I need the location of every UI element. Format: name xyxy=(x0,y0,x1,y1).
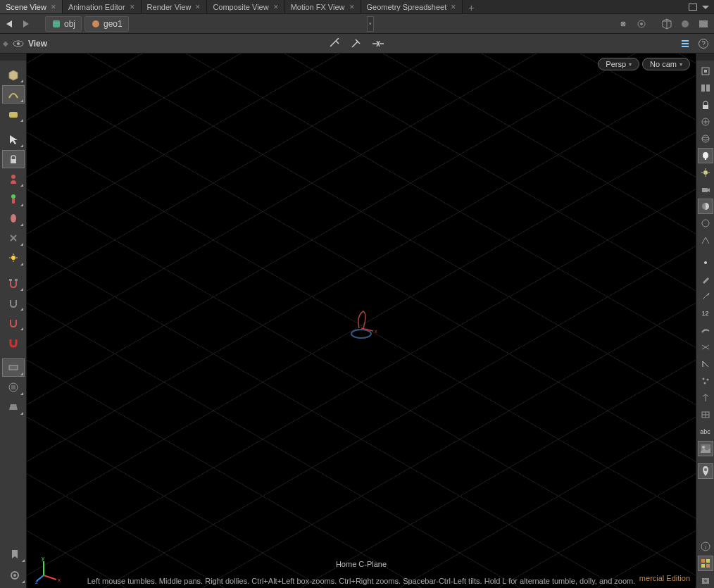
camera-menu[interactable]: Persp xyxy=(598,58,639,70)
constraint-tool[interactable] xyxy=(2,229,25,247)
sweep-icon[interactable] xyxy=(698,323,713,338)
ghost-icon[interactable] xyxy=(698,114,713,130)
cog-tool[interactable] xyxy=(4,566,26,584)
view-options-icon[interactable] xyxy=(677,36,693,51)
close-icon[interactable]: ✕ xyxy=(195,4,201,11)
svg-point-9 xyxy=(17,42,20,45)
numbers-icon[interactable]: 12 xyxy=(698,306,713,321)
svg-point-48 xyxy=(702,220,709,227)
viewport-3d[interactable]: Persp No cam x Home C-Plane Left mouse t… xyxy=(27,54,696,588)
wireframe-icon[interactable] xyxy=(698,215,713,231)
marker-icon[interactable] xyxy=(698,463,713,479)
svg-rect-1 xyxy=(53,20,60,27)
help-icon[interactable]: ? xyxy=(696,36,711,51)
color-grid-icon[interactable] xyxy=(698,556,713,571)
snap-point-tool[interactable] xyxy=(2,333,25,351)
pane-menu-icon[interactable] xyxy=(700,2,711,12)
render-region-tool[interactable] xyxy=(2,378,25,396)
back-button[interactable] xyxy=(3,17,17,31)
muscle-tool[interactable] xyxy=(2,209,25,227)
forward-button[interactable] xyxy=(20,17,34,31)
camera-select[interactable]: No cam xyxy=(642,58,690,70)
svg-rect-46 xyxy=(702,188,708,192)
close-icon[interactable]: ✕ xyxy=(349,4,355,11)
path-segment-geo1[interactable]: geo1 xyxy=(84,16,129,32)
bone-tool[interactable] xyxy=(2,189,25,208)
flipbook-tool[interactable] xyxy=(2,398,25,416)
path-dropdown[interactable]: ▾ xyxy=(367,16,374,32)
panel-icon[interactable] xyxy=(696,16,711,32)
follow-icon[interactable] xyxy=(634,16,649,32)
paint-tool[interactable] xyxy=(2,105,25,123)
svg-point-17 xyxy=(11,214,16,223)
info-icon[interactable]: i xyxy=(698,539,713,554)
handle-tool-2-icon[interactable] xyxy=(349,36,365,51)
label-icon[interactable]: abc xyxy=(698,424,713,439)
svg-rect-7 xyxy=(699,20,708,27)
right-toolbar: 12 abc i xyxy=(696,54,714,588)
xray-icon[interactable] xyxy=(698,232,713,248)
tab-composite-view[interactable]: Composite View✕ xyxy=(207,0,284,13)
character-tool[interactable] xyxy=(2,170,25,188)
dot-icon[interactable] xyxy=(698,255,713,270)
globe-icon[interactable] xyxy=(698,131,713,146)
render-icon[interactable] xyxy=(677,16,693,32)
svg-point-22 xyxy=(13,365,18,370)
close-icon[interactable]: ✕ xyxy=(51,4,56,11)
pin-icon[interactable] xyxy=(615,16,631,32)
view-tool[interactable] xyxy=(2,358,25,377)
svg-point-51 xyxy=(706,379,708,381)
gnomon-icon[interactable] xyxy=(698,356,713,372)
particles-icon[interactable] xyxy=(698,373,713,389)
home-icon[interactable] xyxy=(698,63,713,79)
tab-geometry-spreadsheet[interactable]: Geometry Spreadsheet✕ xyxy=(361,0,463,13)
shading-icon[interactable] xyxy=(698,199,713,214)
brush-icon[interactable] xyxy=(698,272,713,287)
left-toolbar xyxy=(0,54,27,588)
tab-animation-editor[interactable]: Animation Editor✕ xyxy=(63,0,142,13)
light-tool[interactable] xyxy=(2,249,25,267)
snap-curve-tool[interactable] xyxy=(2,313,25,332)
display-options-icon[interactable] xyxy=(659,16,675,32)
snap-tool[interactable] xyxy=(2,274,25,292)
close-icon[interactable]: ✕ xyxy=(130,4,135,11)
lighting-icon[interactable] xyxy=(698,148,713,163)
close-icon[interactable]: ✕ xyxy=(451,4,456,11)
lock-view-icon[interactable] xyxy=(698,97,713,113)
handles-icon[interactable] xyxy=(698,390,713,406)
maximize-pane-icon[interactable] xyxy=(687,2,699,12)
bookmark-tool[interactable] xyxy=(4,545,26,563)
headlight-icon[interactable] xyxy=(698,165,713,180)
camera-select-label: No cam xyxy=(650,60,677,68)
layout-icon[interactable] xyxy=(698,80,713,96)
handle-icon[interactable]: ◆ xyxy=(3,39,8,47)
svg-point-14 xyxy=(11,175,15,179)
dropper-icon[interactable] xyxy=(698,289,713,304)
field-guide-icon[interactable] xyxy=(698,407,713,423)
path-segment-obj[interactable]: obj xyxy=(45,16,82,32)
add-tab-button[interactable]: + xyxy=(463,0,480,13)
camera-icon[interactable] xyxy=(698,182,713,197)
tab-label: Animation Editor xyxy=(68,3,125,11)
svg-point-56 xyxy=(704,468,707,471)
svg-rect-19 xyxy=(9,279,12,281)
svg-point-43 xyxy=(702,135,709,142)
handle-tool-icon[interactable] xyxy=(328,36,344,51)
svg-point-6 xyxy=(682,20,689,27)
handle-tool-3-icon[interactable] xyxy=(370,36,386,51)
snap-grid-tool[interactable] xyxy=(2,294,25,312)
bg-image-icon[interactable] xyxy=(698,441,713,456)
trail-icon[interactable] xyxy=(698,339,713,355)
lock-tool[interactable] xyxy=(2,150,25,168)
tab-render-view[interactable]: Render View✕ xyxy=(142,0,208,13)
curve-tool[interactable] xyxy=(2,85,25,104)
svg-rect-41 xyxy=(703,105,708,109)
select-tool[interactable] xyxy=(2,130,25,149)
svg-point-5 xyxy=(640,23,643,25)
close-icon[interactable]: ✕ xyxy=(273,4,279,11)
svg-point-15 xyxy=(11,194,15,199)
tab-motion-fx-view[interactable]: Motion FX View✕ xyxy=(285,0,361,13)
tab-scene-view[interactable]: Scene View✕ xyxy=(0,0,63,13)
box-tool[interactable] xyxy=(2,65,25,84)
display-opts-icon[interactable] xyxy=(698,573,713,588)
